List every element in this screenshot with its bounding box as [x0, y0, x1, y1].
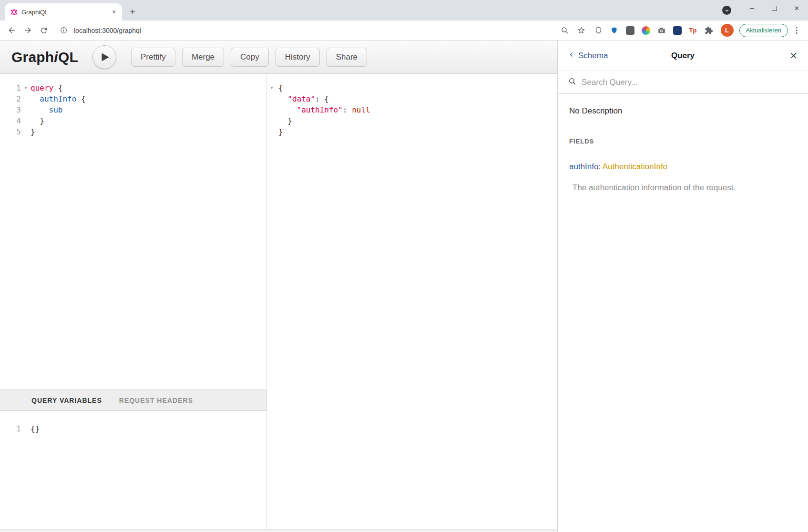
extension-tampermonkey-icon[interactable]: Tp: [688, 25, 698, 36]
bookmark-star-icon[interactable]: [575, 24, 588, 37]
documentation-explorer: Schema Query ✕ No Description FIELDS aut…: [558, 41, 808, 532]
back-icon[interactable]: [4, 23, 19, 38]
doc-body: No Description FIELDS authInfo: Authenti…: [558, 94, 808, 205]
url-text[interactable]: localhost:3000/graphql: [74, 27, 141, 34]
extensions-puzzle-icon[interactable]: [704, 25, 714, 36]
query-editor-code[interactable]: query { authInfo { sub } }: [31, 82, 266, 389]
doc-search-bar: [558, 71, 808, 94]
extensions-area: Tp: [593, 25, 714, 36]
search-icon: [568, 77, 577, 88]
result-pane: ▾ { "data": { "authInfo": null } }: [267, 74, 557, 529]
graphiql-toolbar: GraphiQL Prettify Merge Copy History Sha…: [0, 41, 557, 74]
browser-window: GraphiQL ✕ + – ✕: [0, 0, 808, 532]
new-tab-button[interactable]: +: [126, 5, 139, 19]
tab-request-headers[interactable]: REQUEST HEADERS: [119, 397, 193, 404]
extension-shield-icon[interactable]: [593, 25, 604, 36]
doc-search-input[interactable]: [582, 78, 798, 87]
window-minimize-button[interactable]: –: [741, 0, 763, 16]
omnibox[interactable]: localhost:3000/graphql: [52, 22, 588, 39]
field-type-link[interactable]: AuthenticationInfo: [603, 162, 667, 171]
extension-blue-shield-icon[interactable]: [609, 25, 620, 36]
doc-no-description: No Description: [569, 106, 797, 116]
extension-navy-square-icon[interactable]: [672, 25, 683, 36]
graphiql-logo: GraphiQL: [11, 49, 78, 65]
browser-menu-icon[interactable]: ⋮: [792, 25, 801, 35]
line-number-gutter: 1▾ 2 3 4 5: [0, 82, 31, 389]
merge-button[interactable]: Merge: [182, 48, 224, 67]
doc-fields-header: FIELDS: [569, 138, 797, 145]
extension-color-wheel-icon[interactable]: [641, 25, 651, 36]
extension-camera-icon[interactable]: [656, 25, 667, 36]
doc-close-icon[interactable]: ✕: [789, 50, 798, 61]
doc-header: Schema Query ✕: [558, 41, 808, 71]
page-info-icon[interactable]: [57, 24, 70, 37]
execute-button[interactable]: [92, 45, 116, 69]
history-button[interactable]: History: [276, 48, 320, 67]
fold-arrow-icon[interactable]: ▾: [21, 82, 31, 93]
tab-close-icon[interactable]: ✕: [110, 8, 118, 16]
graphiql-app: GraphiQL Prettify Merge Copy History Sha…: [0, 41, 808, 532]
browser-tab-strip: GraphiQL ✕ + – ✕: [0, 0, 808, 20]
query-editor-pane: 1▾ 2 3 4 5 query { authInfo { sub } }: [0, 74, 267, 529]
prettify-button[interactable]: Prettify: [131, 48, 175, 67]
share-button[interactable]: Share: [327, 48, 367, 67]
result-fold-arrow-icon[interactable]: ▾: [267, 82, 276, 93]
browser-tab[interactable]: GraphiQL ✕: [5, 3, 122, 20]
play-icon: [101, 52, 110, 62]
extension-dark-square-icon[interactable]: [625, 25, 635, 36]
tabstrip-controls: – ✕: [722, 0, 808, 20]
tab-title: GraphiQL: [21, 9, 106, 16]
copy-button[interactable]: Copy: [231, 48, 269, 67]
variables-header-bar: QUERY VARIABLES REQUEST HEADERS: [0, 389, 266, 411]
profile-avatar[interactable]: L: [721, 24, 734, 37]
tab-search-icon[interactable]: [722, 6, 731, 15]
chevron-left-icon: [568, 51, 575, 61]
doc-back-link[interactable]: Schema: [568, 51, 608, 61]
tab-query-variables[interactable]: QUERY VARIABLES: [31, 397, 102, 404]
zoom-icon[interactable]: [559, 24, 571, 37]
browser-address-bar: localhost:3000/graphql: [0, 20, 808, 41]
window-close-button[interactable]: ✕: [786, 0, 808, 16]
doc-field-entry: authInfo: AuthenticationInfo: [569, 162, 797, 172]
field-name-link[interactable]: authInfo: [569, 162, 598, 171]
forward-icon[interactable]: [20, 23, 35, 38]
result-viewer: { "data": { "authInfo": null } }: [278, 82, 557, 529]
reload-icon[interactable]: [36, 23, 51, 38]
maximize-icon: [772, 6, 777, 11]
update-button[interactable]: Aktualisieren: [739, 24, 788, 37]
window-maximize-button[interactable]: [763, 0, 786, 16]
variables-editor[interactable]: 1 {}: [0, 411, 266, 529]
horizontal-scrollbar[interactable]: [0, 529, 557, 532]
field-description: The authentication information of the re…: [569, 183, 797, 193]
graphql-favicon-icon: [10, 9, 18, 16]
